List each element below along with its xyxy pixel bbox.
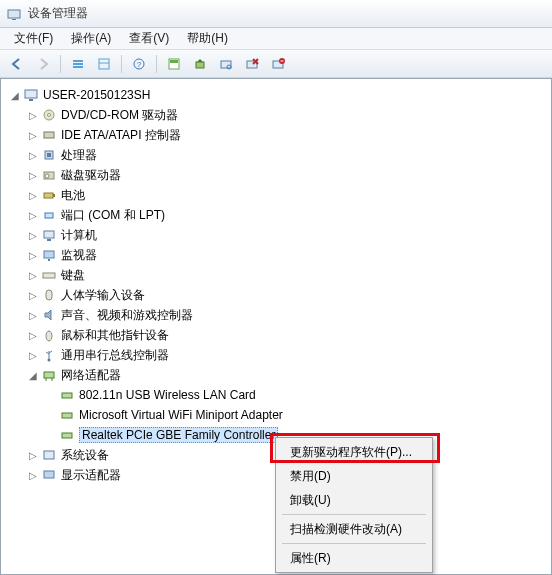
- expander-icon[interactable]: ▷: [27, 169, 39, 181]
- menubar: 文件(F) 操作(A) 查看(V) 帮助(H): [0, 28, 552, 50]
- properties-icon[interactable]: [163, 53, 185, 75]
- back-icon[interactable]: [6, 53, 28, 75]
- expander-icon[interactable]: ◢: [27, 369, 39, 381]
- expander-icon[interactable]: ◢: [9, 89, 21, 101]
- expander-icon[interactable]: ▷: [27, 229, 39, 241]
- tree-item-dvd[interactable]: ▷DVD/CD-ROM 驱动器: [5, 105, 547, 125]
- expander-empty: [45, 429, 57, 441]
- tree-item-usb[interactable]: ▷通用串行总线控制器: [5, 345, 547, 365]
- disc-icon: [41, 107, 57, 123]
- svg-rect-29: [44, 193, 53, 198]
- network-icon: [41, 367, 57, 383]
- keyboard-icon: [41, 267, 57, 283]
- menu-file[interactable]: 文件(F): [6, 28, 61, 49]
- expander-icon[interactable]: ▷: [27, 469, 39, 481]
- expander-icon[interactable]: ▷: [27, 249, 39, 261]
- svg-rect-40: [44, 372, 54, 378]
- svg-rect-30: [53, 194, 55, 197]
- tree-child-virtual-wifi[interactable]: Microsoft Virtual WiFi Miniport Adapter: [5, 405, 547, 425]
- expander-icon[interactable]: ▷: [27, 109, 39, 121]
- menu-help[interactable]: 帮助(H): [179, 28, 236, 49]
- ctx-scan-hardware[interactable]: 扫描检测硬件改动(A): [278, 517, 430, 541]
- tree-item-sound[interactable]: ▷声音、视频和游戏控制器: [5, 305, 547, 325]
- ctx-separator: [282, 514, 426, 515]
- detail-view-icon[interactable]: [93, 53, 115, 75]
- device-manager-icon: [6, 6, 22, 22]
- svg-rect-10: [170, 60, 178, 63]
- pc-icon: [41, 227, 57, 243]
- tree-child-label: Realtek PCIe GBE Family Controller: [79, 427, 278, 443]
- expander-icon[interactable]: ▷: [27, 189, 39, 201]
- tree-item-hid[interactable]: ▷人体学输入设备: [5, 285, 547, 305]
- svg-rect-45: [62, 433, 72, 438]
- tree-item-disk[interactable]: ▷磁盘驱动器: [5, 165, 547, 185]
- svg-rect-44: [62, 413, 72, 418]
- svg-rect-34: [44, 251, 54, 258]
- svg-rect-20: [25, 90, 37, 98]
- tree-root[interactable]: ◢ USER-20150123SH: [5, 85, 547, 105]
- tree-item-label: 网络适配器: [61, 367, 121, 384]
- svg-rect-26: [47, 153, 51, 157]
- battery-icon: [41, 187, 57, 203]
- ctx-update-driver[interactable]: 更新驱动程序软件(P)...: [278, 440, 430, 464]
- tree-item-network[interactable]: ◢网络适配器: [5, 365, 547, 385]
- mouse-icon: [41, 327, 57, 343]
- scan-hardware-icon[interactable]: [215, 53, 237, 75]
- window-title: 设备管理器: [28, 5, 88, 22]
- svg-text:?: ?: [137, 60, 142, 69]
- expander-icon[interactable]: ▷: [27, 349, 39, 361]
- svg-rect-24: [44, 132, 54, 138]
- system-icon: [41, 447, 57, 463]
- forward-icon[interactable]: [32, 53, 54, 75]
- disable-icon[interactable]: [267, 53, 289, 75]
- tree-item-label: IDE ATA/ATAPI 控制器: [61, 127, 181, 144]
- tree-item-keyboard[interactable]: ▷键盘: [5, 265, 547, 285]
- expander-icon[interactable]: ▷: [27, 129, 39, 141]
- ctx-uninstall[interactable]: 卸载(U): [278, 488, 430, 512]
- svg-rect-2: [73, 60, 83, 62]
- tree-root-label: USER-20150123SH: [43, 88, 150, 102]
- svg-rect-31: [45, 213, 53, 218]
- expander-icon[interactable]: ▷: [27, 209, 39, 221]
- adapter-icon: [59, 407, 75, 423]
- hdd-icon: [41, 167, 57, 183]
- sound-icon: [41, 307, 57, 323]
- toolbar-separator: [60, 55, 61, 73]
- list-view-icon[interactable]: [67, 53, 89, 75]
- ctx-disable[interactable]: 禁用(D): [278, 464, 430, 488]
- uninstall-icon[interactable]: [241, 53, 263, 75]
- tree-item-label: 系统设备: [61, 447, 109, 464]
- expander-icon[interactable]: ▷: [27, 329, 39, 341]
- svg-rect-1: [12, 19, 16, 20]
- expander-icon[interactable]: ▷: [27, 289, 39, 301]
- tree-child-wifi-usb[interactable]: 802.11n USB Wireless LAN Card: [5, 385, 547, 405]
- tree-item-processor[interactable]: ▷处理器: [5, 145, 547, 165]
- svg-point-39: [48, 359, 51, 362]
- svg-rect-32: [44, 231, 54, 238]
- tree-item-ports[interactable]: ▷端口 (COM 和 LPT): [5, 205, 547, 225]
- tree-item-ide[interactable]: ▷IDE ATA/ATAPI 控制器: [5, 125, 547, 145]
- help-icon[interactable]: ?: [128, 53, 150, 75]
- expander-icon[interactable]: ▷: [27, 269, 39, 281]
- monitor-icon: [41, 247, 57, 263]
- svg-rect-46: [44, 451, 54, 459]
- tree-item-label: DVD/CD-ROM 驱动器: [61, 107, 178, 124]
- tree-item-monitor[interactable]: ▷监视器: [5, 245, 547, 265]
- svg-rect-36: [43, 273, 55, 278]
- adapter-icon: [59, 387, 75, 403]
- menu-view[interactable]: 查看(V): [121, 28, 177, 49]
- expander-icon[interactable]: ▷: [27, 149, 39, 161]
- svg-rect-35: [48, 259, 50, 261]
- tree-item-computer[interactable]: ▷计算机: [5, 225, 547, 245]
- tree-item-mouse[interactable]: ▷鼠标和其他指针设备: [5, 325, 547, 345]
- tree-item-label: 磁盘驱动器: [61, 167, 121, 184]
- expander-icon[interactable]: ▷: [27, 449, 39, 461]
- tree-item-battery[interactable]: ▷电池: [5, 185, 547, 205]
- ctx-properties[interactable]: 属性(R): [278, 546, 430, 570]
- expander-icon[interactable]: ▷: [27, 309, 39, 321]
- menu-action[interactable]: 操作(A): [63, 28, 119, 49]
- ctx-separator: [282, 543, 426, 544]
- svg-rect-33: [47, 239, 51, 241]
- update-driver-icon[interactable]: [189, 53, 211, 75]
- tree-item-label: 声音、视频和游戏控制器: [61, 307, 193, 324]
